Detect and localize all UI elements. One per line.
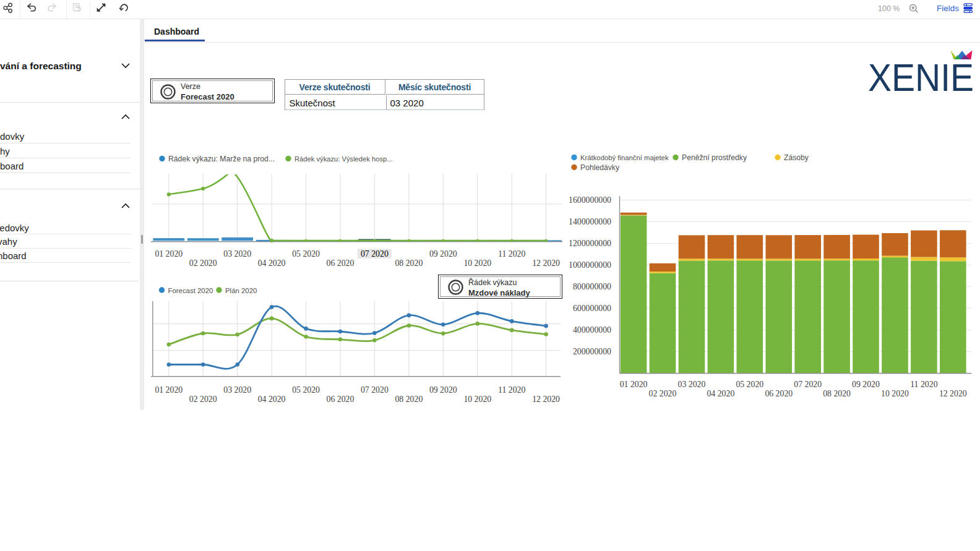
svg-text:Forecast 2020: Forecast 2020 xyxy=(168,287,213,294)
svg-text:09 2020: 09 2020 xyxy=(429,249,457,258)
svg-text:Plán 2020: Plán 2020 xyxy=(225,287,257,294)
svg-text:Peněžní prostředky: Peněžní prostředky xyxy=(682,153,747,162)
svg-text:05 2020: 05 2020 xyxy=(292,249,320,258)
svg-text:11 2020: 11 2020 xyxy=(910,380,937,389)
svg-text:07 2020: 07 2020 xyxy=(361,249,389,258)
svg-text:03 2020: 03 2020 xyxy=(223,385,251,395)
svg-text:04 2020: 04 2020 xyxy=(258,258,286,268)
svg-text:1000000000: 1000000000 xyxy=(569,260,611,270)
svg-text:12 2020: 12 2020 xyxy=(939,389,967,398)
svg-text:Pohledávky: Pohledávky xyxy=(580,163,620,172)
svg-text:1600000000: 1600000000 xyxy=(569,195,611,205)
svg-text:10 2020: 10 2020 xyxy=(881,389,909,398)
svg-text:06 2020: 06 2020 xyxy=(765,389,793,398)
svg-text:1400000000: 1400000000 xyxy=(569,217,611,226)
svg-text:05 2020: 05 2020 xyxy=(292,385,320,395)
svg-text:02 2020: 02 2020 xyxy=(189,258,217,268)
svg-text:06 2020: 06 2020 xyxy=(327,258,355,268)
svg-text:04 2020: 04 2020 xyxy=(707,389,734,398)
svg-text:08 2020: 08 2020 xyxy=(823,389,851,398)
svg-text:200000000: 200000000 xyxy=(573,347,611,356)
svg-text:04 2020: 04 2020 xyxy=(258,395,286,404)
svg-text:12 2020: 12 2020 xyxy=(532,258,560,268)
svg-text:400000000: 400000000 xyxy=(573,325,611,335)
svg-text:10 2020: 10 2020 xyxy=(463,258,491,268)
svg-text:03 2020: 03 2020 xyxy=(223,249,251,258)
svg-text:08 2020: 08 2020 xyxy=(395,395,423,404)
svg-text:Krátkodobý finanční majetek: Krátkodobý finanční majetek xyxy=(580,154,669,161)
svg-text:05 2020: 05 2020 xyxy=(736,380,763,389)
svg-text:09 2020: 09 2020 xyxy=(429,385,457,395)
svg-text:600000000: 600000000 xyxy=(573,304,611,313)
svg-text:Zásoby: Zásoby xyxy=(784,153,809,162)
svg-text:01 2020: 01 2020 xyxy=(620,380,648,389)
svg-text:800000000: 800000000 xyxy=(573,282,611,291)
svg-text:07 2020: 07 2020 xyxy=(794,380,822,389)
svg-text:03 2020: 03 2020 xyxy=(678,380,706,389)
svg-text:02 2020: 02 2020 xyxy=(649,389,677,398)
svg-text:07 2020: 07 2020 xyxy=(361,385,389,395)
svg-text:01 2020: 01 2020 xyxy=(155,249,183,258)
svg-text:06 2020: 06 2020 xyxy=(327,395,355,404)
svg-text:11 2020: 11 2020 xyxy=(498,249,525,258)
svg-text:12 2020: 12 2020 xyxy=(532,395,560,404)
svg-text:01 2020: 01 2020 xyxy=(155,385,183,395)
svg-text:1200000000: 1200000000 xyxy=(569,239,611,248)
svg-text:09 2020: 09 2020 xyxy=(852,380,880,389)
svg-text:Rádek výkazu: Marže na prod...: Rádek výkazu: Marže na prod... xyxy=(168,155,275,163)
svg-text:08 2020: 08 2020 xyxy=(395,258,423,268)
svg-text:10 2020: 10 2020 xyxy=(463,395,491,404)
svg-text:02 2020: 02 2020 xyxy=(189,395,217,404)
svg-text:Rádek výkazu: Výsledek hosp...: Rádek výkazu: Výsledek hosp... xyxy=(294,155,393,163)
svg-text:11 2020: 11 2020 xyxy=(498,385,525,395)
